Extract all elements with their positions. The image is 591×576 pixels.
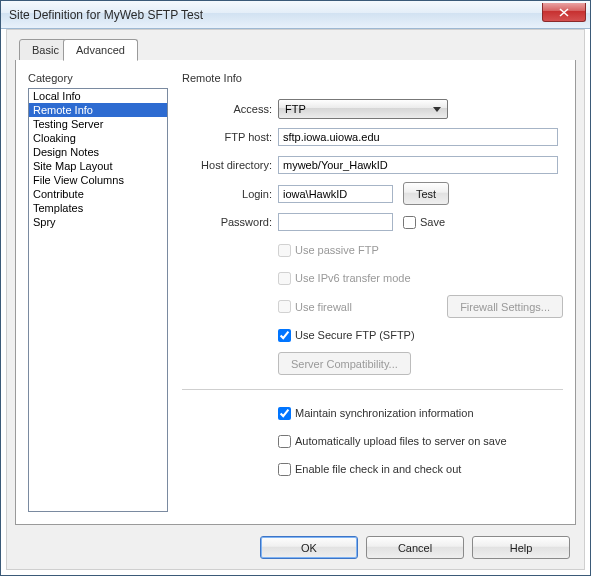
firewall-checkbox: Use firewall	[278, 300, 352, 313]
sync-box[interactable]	[278, 407, 291, 420]
category-item-site-map-layout[interactable]: Site Map Layout	[29, 159, 167, 173]
test-button[interactable]: Test	[403, 182, 449, 205]
tabstrip: Basic Advanced	[15, 38, 576, 61]
label-host-dir: Host directory:	[182, 159, 278, 171]
category-item-testing-server[interactable]: Testing Server	[29, 117, 167, 131]
checkinout-checkbox[interactable]: Enable file check in and check out	[278, 463, 461, 476]
cancel-button[interactable]: Cancel	[366, 536, 464, 559]
auto-upload-checkbox[interactable]: Automatically upload files to server on …	[278, 435, 507, 448]
ipv6-box	[278, 272, 291, 285]
label-ftp-host: FTP host:	[182, 131, 278, 143]
section-title: Remote Info	[182, 72, 563, 84]
close-icon	[559, 8, 569, 17]
help-button[interactable]: Help	[472, 536, 570, 559]
category-item-cloaking[interactable]: Cloaking	[29, 131, 167, 145]
sync-checkbox[interactable]: Maintain synchronization information	[278, 407, 474, 420]
auto-upload-box[interactable]	[278, 435, 291, 448]
label-access: Access:	[182, 103, 278, 115]
server-compatibility-button: Server Compatibility...	[278, 352, 411, 375]
category-item-design-notes[interactable]: Design Notes	[29, 145, 167, 159]
login-input[interactable]	[278, 185, 393, 203]
category-item-remote-info[interactable]: Remote Info	[29, 103, 167, 117]
access-select-value: FTP	[285, 103, 306, 115]
client-area: Basic Advanced Category Local Info Remot…	[6, 29, 585, 570]
ok-button[interactable]: OK	[260, 536, 358, 559]
dialog-window: Site Definition for MyWeb SFTP Test Basi…	[0, 0, 591, 576]
category-item-file-view-columns[interactable]: File View Columns	[29, 173, 167, 187]
tab-advanced[interactable]: Advanced	[63, 39, 138, 61]
category-item-contribute[interactable]: Contribute	[29, 187, 167, 201]
save-password-box[interactable]	[403, 216, 416, 229]
firewall-box	[278, 300, 291, 313]
passive-ftp-checkbox: Use passive FTP	[278, 244, 379, 257]
category-column: Category Local Info Remote Info Testing …	[28, 72, 168, 512]
close-button[interactable]	[542, 3, 586, 22]
label-password: Password:	[182, 216, 278, 228]
checkinout-box[interactable]	[278, 463, 291, 476]
tab-page-advanced: Category Local Info Remote Info Testing …	[15, 60, 576, 525]
form-area: Remote Info Access: FTP FTP host: Host d…	[168, 72, 563, 512]
password-input[interactable]	[278, 213, 393, 231]
passive-ftp-box	[278, 244, 291, 257]
sftp-checkbox[interactable]: Use Secure FTP (SFTP)	[278, 329, 415, 342]
category-label: Category	[28, 72, 168, 84]
dialog-buttons: OK Cancel Help	[260, 536, 570, 559]
category-item-local-info[interactable]: Local Info	[29, 89, 167, 103]
firewall-settings-button: Firewall Settings...	[447, 295, 563, 318]
category-item-templates[interactable]: Templates	[29, 201, 167, 215]
sftp-box[interactable]	[278, 329, 291, 342]
ipv6-checkbox: Use IPv6 transfer mode	[278, 272, 411, 285]
titlebar: Site Definition for MyWeb SFTP Test	[1, 1, 590, 29]
host-directory-input[interactable]	[278, 156, 558, 174]
ftp-host-input[interactable]	[278, 128, 558, 146]
access-select[interactable]: FTP	[278, 99, 448, 119]
category-item-spry[interactable]: Spry	[29, 215, 167, 229]
category-list[interactable]: Local Info Remote Info Testing Server Cl…	[28, 88, 168, 512]
save-password-checkbox[interactable]: Save	[403, 216, 445, 229]
separator	[182, 389, 563, 390]
window-title: Site Definition for MyWeb SFTP Test	[9, 8, 203, 22]
label-login: Login:	[182, 188, 278, 200]
